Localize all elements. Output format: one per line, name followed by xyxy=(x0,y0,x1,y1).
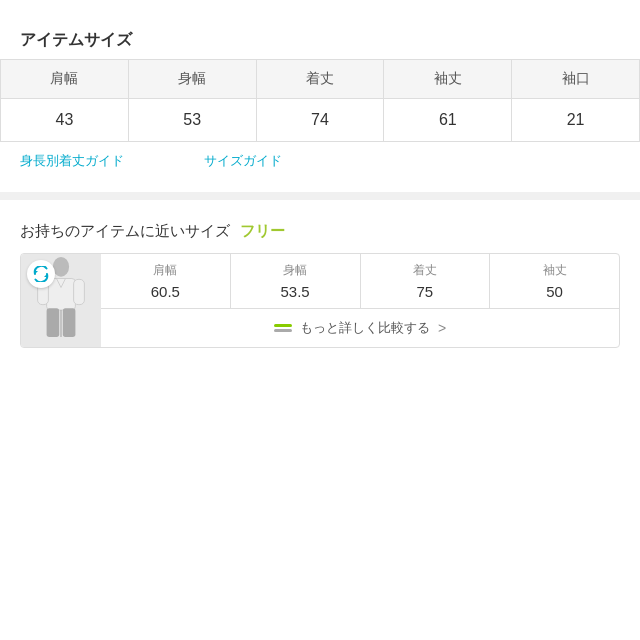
guide-links: 身長別着丈ガイド サイズガイド xyxy=(0,142,640,180)
owned-section: お持ちのアイテムに近いサイズ フリー xyxy=(0,212,640,358)
compare-text: もっと詳しく比較する xyxy=(300,319,430,337)
col-header-mi: 身幅 xyxy=(128,60,256,99)
owned-data-col: 肩幅 60.5 身幅 53.5 着丈 75 袖丈 50 xyxy=(101,254,619,347)
cell-sode: 61 xyxy=(384,99,512,142)
owned-ki-value: 75 xyxy=(365,283,486,300)
svg-point-0 xyxy=(53,256,69,276)
owned-sode-value: 50 xyxy=(494,283,615,300)
owned-mi-value: 53.5 xyxy=(235,283,356,300)
owned-mi-cell: 身幅 53.5 xyxy=(231,254,361,308)
owned-measurements: 肩幅 60.5 身幅 53.5 着丈 75 袖丈 50 xyxy=(101,254,619,309)
owned-mi-header: 身幅 xyxy=(235,262,356,279)
svg-marker-8 xyxy=(44,274,47,277)
cell-ki: 74 xyxy=(256,99,384,142)
svg-rect-5 xyxy=(63,308,76,337)
item-size-title: アイテムサイズ xyxy=(0,20,640,59)
size-guide-link[interactable]: サイズガイド xyxy=(204,152,282,170)
compare-line-green xyxy=(274,324,292,327)
table-row: 43 53 74 61 21 xyxy=(1,99,640,142)
section-divider xyxy=(0,192,640,200)
svg-rect-3 xyxy=(74,279,85,304)
compare-row[interactable]: もっと詳しく比較する > xyxy=(101,309,619,347)
owned-card: 肩幅 60.5 身幅 53.5 着丈 75 袖丈 50 xyxy=(20,253,620,348)
col-header-sodeguchi: 袖口 xyxy=(512,60,640,99)
owned-kata-header: 肩幅 xyxy=(105,262,226,279)
owned-title: お持ちのアイテムに近いサイズ フリー xyxy=(20,222,620,241)
col-header-sode: 袖丈 xyxy=(384,60,512,99)
owned-sode-cell: 袖丈 50 xyxy=(490,254,619,308)
height-guide-link[interactable]: 身長別着丈ガイド xyxy=(20,152,124,170)
size-table: 肩幅 身幅 着丈 袖丈 袖口 43 53 74 61 21 xyxy=(0,59,640,142)
compare-arrow: > xyxy=(438,320,446,336)
refresh-icon xyxy=(33,266,49,282)
col-header-kata: 肩幅 xyxy=(1,60,129,99)
owned-ki-cell: 着丈 75 xyxy=(361,254,491,308)
cell-mi: 53 xyxy=(128,99,256,142)
owned-sode-header: 袖丈 xyxy=(494,262,615,279)
page-wrapper: アイテムサイズ 肩幅 身幅 着丈 袖丈 袖口 43 53 74 61 21 身長… xyxy=(0,0,640,640)
refresh-icon-wrap[interactable] xyxy=(27,260,55,288)
owned-ki-header: 着丈 xyxy=(365,262,486,279)
owned-kata-cell: 肩幅 60.5 xyxy=(101,254,231,308)
col-header-ki: 着丈 xyxy=(256,60,384,99)
compare-icon xyxy=(274,324,292,332)
owned-size-label: フリー xyxy=(240,222,285,239)
compare-line-gray xyxy=(274,329,292,332)
owned-title-text: お持ちのアイテムに近いサイズ xyxy=(20,222,230,239)
cell-sodeguchi: 21 xyxy=(512,99,640,142)
svg-marker-7 xyxy=(35,271,38,274)
cell-kata: 43 xyxy=(1,99,129,142)
owned-kata-value: 60.5 xyxy=(105,283,226,300)
owned-image-col xyxy=(21,254,101,347)
svg-rect-4 xyxy=(47,308,60,337)
